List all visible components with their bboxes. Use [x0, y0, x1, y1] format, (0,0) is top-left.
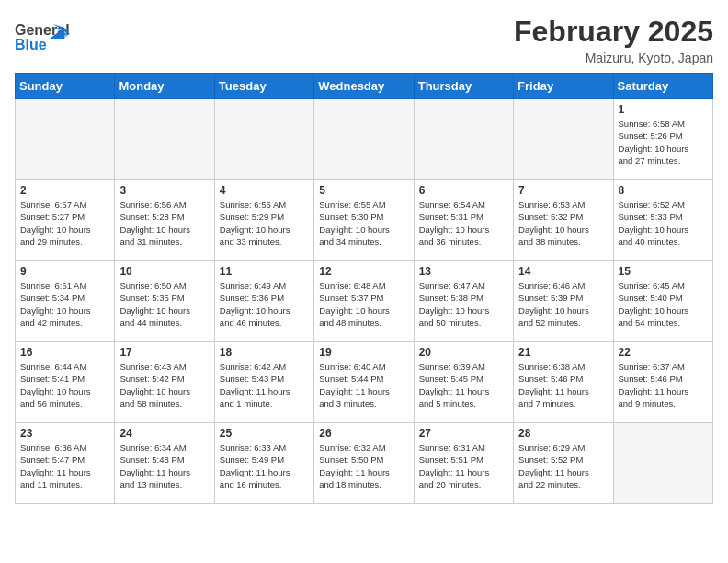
day-number: 18: [220, 346, 309, 359]
day-info: Sunrise: 6:34 AM Sunset: 5:48 PM Dayligh…: [119, 442, 209, 490]
weekday-header-saturday: Saturday: [613, 74, 712, 99]
day-info: Sunrise: 6:29 AM Sunset: 5:52 PM Dayligh…: [518, 442, 608, 490]
weekday-header-friday: Friday: [514, 74, 613, 99]
day-info: Sunrise: 6:55 AM Sunset: 5:30 PM Dayligh…: [319, 199, 408, 247]
calendar-cell: 9Sunrise: 6:51 AM Sunset: 5:34 PM Daylig…: [16, 261, 115, 342]
calendar-subtitle: Maizuru, Kyoto, Japan: [514, 51, 713, 65]
weekday-header-row: SundayMondayTuesdayWednesdayThursdayFrid…: [16, 74, 713, 99]
calendar-table: SundayMondayTuesdayWednesdayThursdayFrid…: [15, 73, 713, 504]
day-number: 1: [619, 103, 708, 116]
calendar-cell: 2Sunrise: 6:57 AM Sunset: 5:27 PM Daylig…: [16, 180, 115, 261]
calendar-cell: 4Sunrise: 6:56 AM Sunset: 5:29 PM Daylig…: [214, 180, 313, 261]
day-info: Sunrise: 6:46 AM Sunset: 5:39 PM Dayligh…: [518, 280, 608, 328]
calendar-cell: 13Sunrise: 6:47 AM Sunset: 5:38 PM Dayli…: [414, 261, 513, 342]
calendar-cell: [514, 99, 613, 180]
day-number: 3: [119, 184, 209, 197]
calendar-cell: 6Sunrise: 6:54 AM Sunset: 5:31 PM Daylig…: [414, 180, 513, 261]
day-info: Sunrise: 6:48 AM Sunset: 5:37 PM Dayligh…: [319, 280, 408, 328]
calendar-cell: 16Sunrise: 6:44 AM Sunset: 5:41 PM Dayli…: [16, 342, 115, 423]
day-info: Sunrise: 6:45 AM Sunset: 5:40 PM Dayligh…: [619, 280, 708, 328]
weekday-header-tuesday: Tuesday: [214, 74, 313, 99]
day-number: 25: [220, 427, 309, 440]
calendar-cell: 7Sunrise: 6:53 AM Sunset: 5:32 PM Daylig…: [514, 180, 613, 261]
calendar-cell: [16, 99, 115, 180]
weekday-header-thursday: Thursday: [414, 74, 513, 99]
day-number: 10: [119, 265, 209, 278]
day-number: 2: [20, 184, 109, 197]
day-info: Sunrise: 6:43 AM Sunset: 5:42 PM Dayligh…: [119, 361, 209, 409]
day-number: 19: [319, 346, 408, 359]
logo: General Blue: [15, 15, 70, 63]
week-row-1: 1Sunrise: 6:58 AM Sunset: 5:26 PM Daylig…: [16, 99, 713, 180]
weekday-header-sunday: Sunday: [16, 74, 115, 99]
page-header: General Blue February 2025 Maizuru, Kyot…: [15, 15, 713, 65]
calendar-cell: 24Sunrise: 6:34 AM Sunset: 5:48 PM Dayli…: [115, 423, 214, 504]
day-info: Sunrise: 6:39 AM Sunset: 5:45 PM Dayligh…: [419, 361, 508, 409]
calendar-cell: 5Sunrise: 6:55 AM Sunset: 5:30 PM Daylig…: [314, 180, 414, 261]
day-number: 22: [619, 346, 708, 359]
day-number: 27: [419, 427, 508, 440]
day-info: Sunrise: 6:33 AM Sunset: 5:49 PM Dayligh…: [220, 442, 309, 490]
logo-icon: General Blue: [15, 15, 70, 59]
week-row-5: 23Sunrise: 6:36 AM Sunset: 5:47 PM Dayli…: [16, 423, 713, 504]
day-number: 21: [518, 346, 608, 359]
day-info: Sunrise: 6:31 AM Sunset: 5:51 PM Dayligh…: [419, 442, 508, 490]
day-info: Sunrise: 6:56 AM Sunset: 5:29 PM Dayligh…: [220, 199, 309, 247]
calendar-cell: [414, 99, 513, 180]
day-info: Sunrise: 6:50 AM Sunset: 5:35 PM Dayligh…: [119, 280, 209, 328]
calendar-cell: 18Sunrise: 6:42 AM Sunset: 5:43 PM Dayli…: [214, 342, 313, 423]
day-info: Sunrise: 6:56 AM Sunset: 5:28 PM Dayligh…: [119, 199, 209, 247]
calendar-cell: 12Sunrise: 6:48 AM Sunset: 5:37 PM Dayli…: [314, 261, 414, 342]
day-number: 20: [419, 346, 508, 359]
day-info: Sunrise: 6:36 AM Sunset: 5:47 PM Dayligh…: [20, 442, 109, 490]
day-info: Sunrise: 6:58 AM Sunset: 5:26 PM Dayligh…: [619, 118, 708, 167]
calendar-cell: [314, 99, 414, 180]
day-info: Sunrise: 6:42 AM Sunset: 5:43 PM Dayligh…: [220, 361, 309, 409]
day-info: Sunrise: 6:47 AM Sunset: 5:38 PM Dayligh…: [419, 280, 508, 328]
day-number: 8: [619, 184, 708, 197]
day-info: Sunrise: 6:44 AM Sunset: 5:41 PM Dayligh…: [20, 361, 109, 409]
calendar-cell: 8Sunrise: 6:52 AM Sunset: 5:33 PM Daylig…: [613, 180, 712, 261]
calendar-cell: 23Sunrise: 6:36 AM Sunset: 5:47 PM Dayli…: [16, 423, 115, 504]
day-info: Sunrise: 6:54 AM Sunset: 5:31 PM Dayligh…: [419, 199, 508, 247]
day-number: 26: [319, 427, 408, 440]
calendar-cell: 10Sunrise: 6:50 AM Sunset: 5:35 PM Dayli…: [115, 261, 214, 342]
calendar-cell: [115, 99, 214, 180]
day-number: 7: [518, 184, 608, 197]
calendar-cell: 22Sunrise: 6:37 AM Sunset: 5:46 PM Dayli…: [613, 342, 712, 423]
day-number: 17: [119, 346, 209, 359]
calendar-cell: 27Sunrise: 6:31 AM Sunset: 5:51 PM Dayli…: [414, 423, 513, 504]
calendar-cell: 14Sunrise: 6:46 AM Sunset: 5:39 PM Dayli…: [514, 261, 613, 342]
weekday-header-monday: Monday: [115, 74, 214, 99]
calendar-cell: 19Sunrise: 6:40 AM Sunset: 5:44 PM Dayli…: [314, 342, 414, 423]
day-number: 16: [20, 346, 109, 359]
calendar-cell: 1Sunrise: 6:58 AM Sunset: 5:26 PM Daylig…: [613, 99, 712, 180]
svg-text:Blue: Blue: [15, 37, 47, 52]
day-number: 28: [518, 427, 608, 440]
calendar-cell: 25Sunrise: 6:33 AM Sunset: 5:49 PM Dayli…: [214, 423, 313, 504]
day-number: 13: [419, 265, 508, 278]
calendar-cell: 11Sunrise: 6:49 AM Sunset: 5:36 PM Dayli…: [214, 261, 313, 342]
weekday-header-wednesday: Wednesday: [314, 74, 414, 99]
day-info: Sunrise: 6:57 AM Sunset: 5:27 PM Dayligh…: [20, 199, 109, 247]
day-number: 23: [20, 427, 109, 440]
day-info: Sunrise: 6:49 AM Sunset: 5:36 PM Dayligh…: [220, 280, 309, 328]
day-info: Sunrise: 6:38 AM Sunset: 5:46 PM Dayligh…: [518, 361, 608, 409]
day-number: 4: [220, 184, 309, 197]
calendar-cell: 26Sunrise: 6:32 AM Sunset: 5:50 PM Dayli…: [314, 423, 414, 504]
week-row-4: 16Sunrise: 6:44 AM Sunset: 5:41 PM Dayli…: [16, 342, 713, 423]
day-number: 14: [518, 265, 608, 278]
calendar-cell: [613, 423, 712, 504]
calendar-cell: 3Sunrise: 6:56 AM Sunset: 5:28 PM Daylig…: [115, 180, 214, 261]
calendar-cell: [214, 99, 313, 180]
day-info: Sunrise: 6:37 AM Sunset: 5:46 PM Dayligh…: [619, 361, 708, 409]
day-number: 24: [119, 427, 209, 440]
day-number: 5: [319, 184, 408, 197]
calendar-cell: 20Sunrise: 6:39 AM Sunset: 5:45 PM Dayli…: [414, 342, 513, 423]
day-number: 9: [20, 265, 109, 278]
calendar-cell: 15Sunrise: 6:45 AM Sunset: 5:40 PM Dayli…: [613, 261, 712, 342]
day-info: Sunrise: 6:40 AM Sunset: 5:44 PM Dayligh…: [319, 361, 408, 409]
week-row-3: 9Sunrise: 6:51 AM Sunset: 5:34 PM Daylig…: [16, 261, 713, 342]
calendar-cell: 28Sunrise: 6:29 AM Sunset: 5:52 PM Dayli…: [514, 423, 613, 504]
day-info: Sunrise: 6:32 AM Sunset: 5:50 PM Dayligh…: [319, 442, 408, 490]
